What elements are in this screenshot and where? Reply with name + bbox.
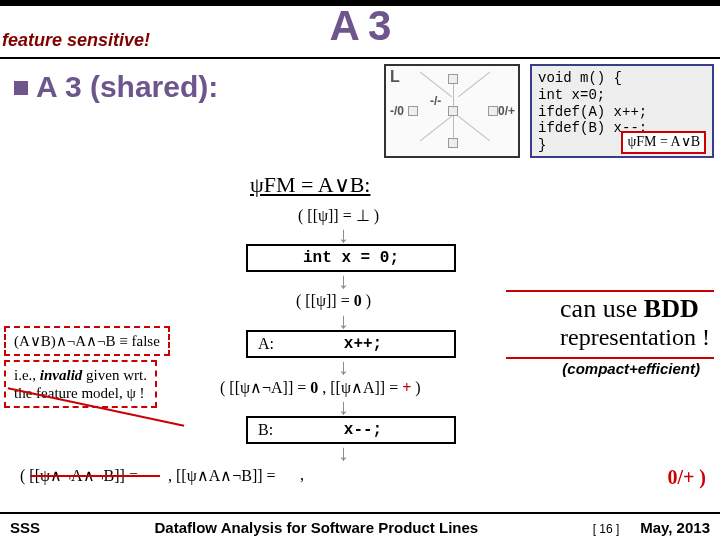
arrow-icon: ↓ [338, 440, 349, 466]
bdd-note: can use BDD representation ! [560, 294, 710, 351]
guard-A-label: A: [258, 335, 282, 353]
header-divider [0, 57, 720, 59]
stmt-intx-text: int x = 0; [303, 249, 399, 267]
stmt-A: A: x++; [246, 330, 456, 358]
final-right-val: 0/+ ) [667, 466, 706, 488]
compact-note: (compact+efficient) [562, 360, 700, 377]
stmt-B: B: x--; [246, 416, 456, 444]
code-line-3: ifdef(A) x++; [538, 104, 706, 121]
annotation-final-tail: , [300, 466, 304, 484]
psi-fm-heading: ψFM = A∨B: [250, 172, 370, 198]
arrow-icon: ↓ [338, 268, 349, 294]
edge-mid-label: -/- [430, 94, 441, 108]
lattice-node-top [448, 74, 458, 84]
stmt-xpp-text: x++; [282, 335, 444, 353]
footer-page: [ 16 ] [593, 522, 620, 536]
annotation-final-mid: , [[ψ∧A∧¬B]] = [168, 466, 276, 485]
code-snippet: void m() { int x=0; ifdef(A) x++; ifdef(… [530, 64, 714, 158]
lattice-node-left [408, 106, 418, 116]
bdd-bot-line [506, 357, 714, 359]
edge-left-label: -/0 [390, 104, 404, 118]
footer-right: May, 2013 [640, 519, 710, 536]
code-line-1: void m() { [538, 70, 706, 87]
annotation-zero: ( [[ψ]] = 0 ) [296, 292, 371, 310]
annotation-afterA: ( [[ψ∧¬A]] = 0 , [[ψ∧A]] = + ) [220, 378, 421, 397]
a3-shared-text: A 3 (shared): [36, 70, 218, 103]
footer-left: SSS [10, 519, 40, 536]
guard-B-label: B: [258, 421, 282, 439]
bdd-l1a: can use [560, 294, 644, 323]
stmt-intx: int x = 0; [246, 244, 456, 272]
feature-sensitive-label: feature sensitive! [2, 30, 150, 51]
strike-line [30, 475, 160, 477]
footer-center: Dataflow Analysis for Software Product L… [155, 519, 479, 536]
eq-false-text: (A∨B)∧¬A∧¬B ≡ false [14, 333, 160, 349]
bdd-l2: representation ! [560, 324, 710, 351]
bdd-l1b: BDD [644, 294, 699, 323]
code-line-2: int x=0; [538, 87, 706, 104]
stmt-xmm-text: x--; [282, 421, 444, 439]
edge-right-label: 0/+ [498, 104, 515, 118]
bullet-icon [14, 81, 28, 95]
a3-shared-heading: A 3 (shared): [14, 70, 218, 104]
lattice-L-label: L [390, 68, 400, 86]
annotation-final-right: 0/+ ) [667, 466, 706, 489]
invalid-l1: i.e., invalid given wrt. [14, 367, 147, 383]
bdd-top-line [506, 290, 714, 292]
psi-fm-box: ψFM = A∨B [621, 131, 706, 154]
eq-false-box: (A∨B)∧¬A∧¬B ≡ false [4, 326, 170, 356]
lattice-node-right [488, 106, 498, 116]
page-title: A 3 [330, 2, 391, 50]
lattice-diagram: L -/0 -/- 0/+ [384, 64, 520, 158]
footer: SSS Dataflow Analysis for Software Produ… [0, 512, 720, 540]
invalid-box: i.e., invalid given wrt. the feature mod… [4, 360, 157, 408]
arrow-icon: ↓ [338, 354, 349, 380]
